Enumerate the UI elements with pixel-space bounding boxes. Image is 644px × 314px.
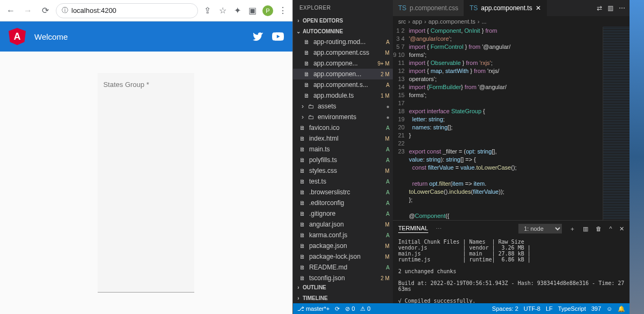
profile-avatar[interactable]: P — [262, 5, 273, 16]
branch-icon: ⎇ — [297, 305, 304, 312]
maximize-terminal-icon[interactable]: ^ — [609, 225, 612, 232]
file-README.md[interactable]: 🗎README.mdA — [293, 262, 393, 273]
minimap[interactable] — [603, 27, 630, 220]
back-button[interactable]: ← — [4, 4, 17, 17]
browser-window: ← → ⟳ ⓘ localhost:4200 ⇪ ☆ ✦ ▣ P ⋮ Welco… — [0, 0, 293, 314]
folder-environments[interactable]: ›🗀environments● — [293, 112, 393, 122]
file-.editorconfig[interactable]: 🗎.editorconfigA — [293, 198, 393, 208]
file-icon: 🗎 — [299, 189, 307, 195]
project-section[interactable]: ⌄AUTOCOMNINE — [293, 26, 393, 36]
file-icon: 🗎 — [299, 125, 307, 131]
twitter-icon[interactable] — [253, 31, 264, 42]
sync-button[interactable]: ⟳ — [335, 305, 340, 312]
file-tsconfig.json[interactable]: 🗎tsconfig.json2 M — [293, 273, 393, 282]
terminal-output[interactable]: Initial Chunk Files | Names | Raw Size v… — [393, 237, 630, 303]
file-icon: 🗎 — [304, 82, 311, 88]
terminal-tabs: TERMINAL ⋯ 1: node ＋ ▥ 🗑 ^ ✕ — [393, 221, 630, 237]
file-icon: 🗎 — [299, 275, 307, 281]
app-title: Welcome — [34, 32, 68, 41]
feedback-icon[interactable]: ☺ — [606, 305, 612, 312]
terminal-dropdown[interactable]: 1: node — [518, 224, 562, 233]
chevron-right-icon: › — [299, 103, 306, 110]
encoding-indicator[interactable]: UTF-8 — [524, 305, 540, 312]
file-angular.json[interactable]: 🗎angular.jsonM — [293, 219, 393, 230]
reload-button[interactable]: ⟳ — [39, 4, 52, 17]
file-styles.css[interactable]: 🗎styles.cssM — [293, 165, 393, 176]
file-app.component.s...[interactable]: 🗎app.component.s...A — [293, 79, 393, 90]
file-icon: 🗎 — [304, 92, 311, 99]
outline-section[interactable]: ›OUTLINE — [293, 282, 393, 293]
file-icon: 🗎 — [304, 39, 311, 45]
file-icon: 🗎 — [299, 221, 307, 228]
chevron-right-icon: › — [299, 113, 306, 121]
new-terminal-icon[interactable]: ＋ — [569, 225, 575, 233]
share-icon[interactable]: ⇪ — [202, 5, 213, 16]
timeline-section[interactable]: ›TIMELINE — [293, 293, 393, 303]
file-icon: 🗎 — [304, 71, 311, 77]
explorer-sidebar: EXPLORER ›OPEN EDITORS ⌄AUTOCOMNINE 🗎app… — [293, 0, 393, 303]
notifications-icon[interactable]: 🔔 — [618, 305, 625, 312]
file-package-lock.json[interactable]: 🗎package-lock.jsonM — [293, 251, 393, 262]
file-karma.conf.js[interactable]: 🗎karma.conf.jsA — [293, 230, 393, 240]
folder-assets[interactable]: ›🗀assets● — [293, 101, 393, 112]
file-icon: 🗎 — [299, 253, 307, 260]
split-terminal-icon[interactable]: ▥ — [583, 225, 588, 232]
open-editors-section[interactable]: ›OPEN EDITORS — [293, 15, 393, 26]
breadcrumb[interactable]: src › app › app.component.ts › ... — [393, 16, 630, 27]
line-indicator[interactable]: 397 — [591, 305, 601, 312]
file-icon: 🗎 — [299, 243, 307, 249]
file-.browserslistrc[interactable]: 🗎.browserslistrcA — [293, 187, 393, 198]
states-group-input[interactable]: States Group * — [98, 73, 194, 293]
file-package.json[interactable]: 🗎package.jsonM — [293, 240, 393, 251]
url-text: localhost:4200 — [71, 6, 116, 14]
menu-icon[interactable]: ⋮ — [277, 5, 288, 16]
git-branch[interactable]: ⎇master*+ — [297, 305, 330, 312]
file-app-routing.mod...[interactable]: 🗎app-routing.mod...A — [293, 36, 393, 47]
chevron-right-icon: › — [295, 284, 302, 290]
url-bar[interactable]: ⓘ localhost:4200 — [56, 3, 198, 18]
file-test.ts[interactable]: 🗎test.tsA — [293, 176, 393, 187]
terminal-more-icon[interactable]: ⋯ — [436, 225, 442, 232]
close-icon[interactable]: ✕ — [536, 4, 541, 12]
tab-p.component.css[interactable]: TSp.component.css — [393, 0, 464, 16]
terminal-tab[interactable]: TERMINAL — [398, 225, 428, 233]
ts-icon: TS — [398, 4, 406, 12]
file-favicon.ico[interactable]: 🗎favicon.icoA — [293, 122, 393, 133]
warnings-count[interactable]: ⚠ 0 — [360, 305, 370, 312]
app-header: Welcome — [0, 21, 292, 52]
chevron-down-icon: ⌄ — [295, 28, 302, 34]
reader-icon[interactable]: ▣ — [247, 5, 258, 16]
file-app.compone...[interactable]: 🗎app.compone...9+ M — [293, 58, 393, 69]
close-terminal-icon[interactable]: ✕ — [619, 225, 624, 232]
desktop-background — [630, 0, 644, 314]
file-app.component.css[interactable]: 🗎app.component.cssM — [293, 47, 393, 58]
explorer-title: EXPLORER — [293, 0, 393, 15]
file-app.componen...[interactable]: 🗎app.componen...2 M — [293, 69, 393, 79]
editor-area: TSp.component.cssTSapp.component.ts✕⇄▥⋯ … — [393, 0, 630, 303]
eol-indicator[interactable]: LF — [546, 305, 553, 312]
file-main.ts[interactable]: 🗎main.tsA — [293, 144, 393, 155]
language-indicator[interactable]: TypeScript — [558, 305, 586, 312]
more-actions-icon[interactable]: ⋯ — [619, 4, 625, 12]
file-icon: 🗎 — [299, 135, 307, 142]
file-polyfills.ts[interactable]: 🗎polyfills.tsA — [293, 155, 393, 165]
tab-app.component.ts[interactable]: TSapp.component.ts✕ — [464, 0, 547, 16]
bookmark-icon[interactable]: ☆ — [217, 5, 228, 16]
angular-logo-icon — [9, 28, 26, 45]
compare-icon[interactable]: ⇄ — [597, 4, 602, 12]
code-editor[interactable]: 1 2 3 4 5 7 9 10 11 12 13 14 15 17 18 19… — [393, 27, 630, 220]
file-index.html[interactable]: 🗎index.htmlM — [293, 133, 393, 144]
folder-icon: 🗀 — [308, 114, 316, 120]
status-bar: ⎇master*+ ⟳ ⊘ 0 ⚠ 0 Spaces: 2 UTF-8 LF T… — [293, 303, 630, 314]
errors-count[interactable]: ⊘ 0 — [345, 305, 355, 312]
extensions-icon[interactable]: ✦ — [232, 5, 243, 16]
youtube-icon[interactable] — [272, 31, 284, 42]
code-content[interactable]: import { Component, OnInit } from '@angu… — [409, 27, 603, 220]
forward-button[interactable]: → — [21, 4, 34, 17]
spaces-indicator[interactable]: Spaces: 2 — [492, 305, 518, 312]
kill-terminal-icon[interactable]: 🗑 — [596, 225, 602, 232]
line-gutter: 1 2 3 4 5 7 9 10 11 12 13 14 15 17 18 19… — [393, 27, 409, 220]
file-.gitignore[interactable]: 🗎.gitignoreA — [293, 208, 393, 219]
split-editor-icon[interactable]: ▥ — [608, 4, 613, 12]
file-app.module.ts[interactable]: 🗎app.module.ts1 M — [293, 90, 393, 101]
